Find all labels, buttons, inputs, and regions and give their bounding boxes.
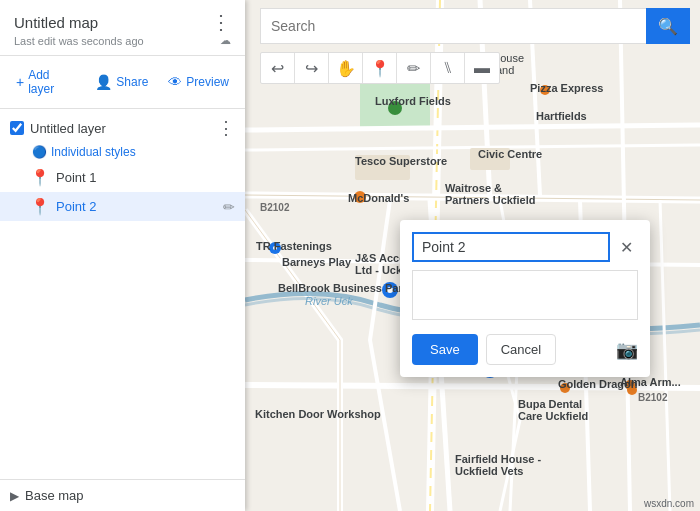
svg-point-19 <box>625 380 635 390</box>
point-1-label: Point 1 <box>56 170 96 185</box>
preview-icon: 👁 <box>168 74 182 90</box>
styles-icon: 🔵 <box>32 145 47 159</box>
search-input[interactable] <box>260 8 646 44</box>
pan-button[interactable]: ✋ <box>329 53 363 83</box>
svg-point-16 <box>354 191 366 203</box>
layer-title-row: Untitled layer <box>10 121 106 136</box>
draw-shape-button[interactable]: ⑊ <box>431 53 465 83</box>
dialog-title-input[interactable] <box>412 232 610 262</box>
svg-rect-21 <box>355 155 410 180</box>
svg-point-20 <box>388 101 402 115</box>
base-map-row[interactable]: ▶ Base map <box>10 488 235 503</box>
point-2-item[interactable]: 📍 Point 2 ✏ <box>0 192 245 221</box>
point-2-icon: 📍 <box>30 197 50 216</box>
last-edit: Last edit was seconds ago ☁ <box>14 34 231 47</box>
point-2-left: 📍 Point 2 <box>30 197 96 216</box>
layer-menu-icon[interactable]: ⋮ <box>217 117 235 139</box>
search-button[interactable]: 🔍 <box>646 8 690 44</box>
point-2-label: Point 2 <box>56 199 96 214</box>
layer-header: Untitled layer ⋮ <box>0 109 245 143</box>
sidebar: Untitled map ⋮ Last edit was seconds ago… <box>0 0 245 511</box>
add-layer-icon: + <box>16 74 24 90</box>
last-edit-text: Last edit was seconds ago <box>14 35 144 47</box>
base-map-label: Base map <box>25 488 84 503</box>
camera-icon[interactable]: 📷 <box>616 339 638 361</box>
dialog-header: ✕ <box>412 232 638 262</box>
point-2-edit-icon[interactable]: ✏ <box>223 199 235 215</box>
styles-label: Individual styles <box>51 145 136 159</box>
undo-button[interactable]: ↩ <box>261 53 295 83</box>
base-map-chevron-icon: ▶ <box>10 489 19 503</box>
map-menu-icon[interactable]: ⋮ <box>211 12 231 32</box>
cancel-button[interactable]: Cancel <box>486 334 556 365</box>
share-button[interactable]: 👤 Share <box>89 70 154 94</box>
map-title: Untitled map <box>14 14 98 31</box>
preview-button[interactable]: 👁 Preview <box>162 70 235 94</box>
sidebar-header: Untitled map ⋮ Last edit was seconds ago… <box>0 0 245 56</box>
layers-section: Untitled layer ⋮ 🔵 Individual styles 📍 P… <box>0 109 245 479</box>
individual-styles-button[interactable]: 🔵 Individual styles <box>0 143 245 163</box>
sidebar-toolbar: + Add layer 👤 Share 👁 Preview <box>0 56 245 109</box>
add-layer-button[interactable]: + Add layer <box>10 64 81 100</box>
save-button[interactable]: Save <box>412 334 478 365</box>
svg-point-8 <box>273 246 277 250</box>
share-label: Share <box>116 75 148 89</box>
layer-checkbox[interactable] <box>10 121 24 135</box>
edit-dialog: ✕ Save Cancel 📷 <box>400 220 650 377</box>
dialog-actions: Save Cancel 📷 <box>412 334 638 365</box>
marker-button[interactable]: 📍 <box>363 53 397 83</box>
svg-point-14 <box>540 85 550 95</box>
point-1-icon: 📍 <box>30 168 50 187</box>
point-1-item[interactable]: 📍 Point 1 <box>0 163 245 192</box>
dialog-description-input[interactable] <box>412 270 638 320</box>
cloud-icon: ☁ <box>220 34 231 47</box>
layer-name: Untitled layer <box>30 121 106 136</box>
map-toolbar: ↩ ↪ ✋ 📍 ✏ ⑊ ▬ <box>260 52 500 84</box>
share-icon: 👤 <box>95 74 112 90</box>
add-layer-label: Add layer <box>28 68 75 96</box>
point-1-left: 📍 Point 1 <box>30 168 96 187</box>
measure-button[interactable]: ▬ <box>465 53 499 83</box>
redo-button[interactable]: ↪ <box>295 53 329 83</box>
svg-rect-22 <box>470 148 510 170</box>
dialog-close-button[interactable]: ✕ <box>614 235 638 259</box>
draw-line-button[interactable]: ✏ <box>397 53 431 83</box>
svg-point-17 <box>560 383 570 393</box>
svg-point-6 <box>387 287 393 293</box>
map-title-row: Untitled map ⋮ <box>14 12 231 32</box>
dialog-left-actions: Save Cancel <box>412 334 556 365</box>
base-map-section: ▶ Base map <box>0 479 245 511</box>
copyright: wsxdn.com <box>644 498 694 509</box>
search-bar: 🔍 <box>260 8 690 44</box>
preview-label: Preview <box>186 75 229 89</box>
